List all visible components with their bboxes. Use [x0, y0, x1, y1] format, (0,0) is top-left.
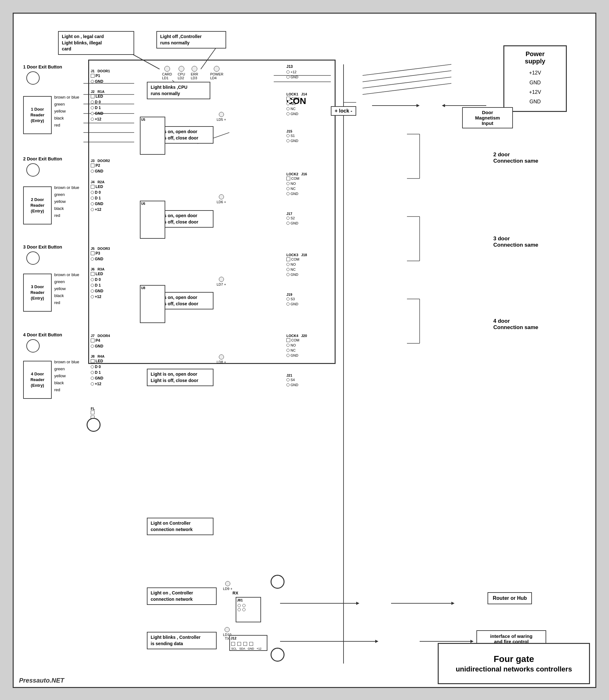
pin-circle [91, 289, 94, 293]
relay3-box: U8 [140, 285, 165, 323]
pin-circle [91, 257, 94, 261]
pin-square [91, 74, 94, 78]
pin-square [91, 185, 94, 189]
svg-marker-18 [442, 104, 445, 107]
door3-group: 3 Door Exit Button [23, 245, 62, 266]
pin-circle [91, 382, 94, 385]
annotation-sending-data: Light blinks , Controlleris sending data [147, 632, 216, 649]
door-magnetism-input: DoorMagnetismInput [462, 107, 513, 128]
connector-circle-1 [87, 418, 101, 432]
door3-connector-j6: J6 R3A LED D 0 D 1 GND +12 [91, 267, 104, 300]
pin-circle [91, 295, 94, 298]
pin-circle [91, 371, 94, 374]
annotation-controller-connection: Light on , Controllerconnection network [147, 588, 216, 605]
door1-wire-labels: brown or blue green yellow black red [54, 94, 79, 129]
door4-reader-box: 4 DoorReader(Entry) [23, 361, 52, 399]
door2-exit-btn-label: 2 Door Exit Button [23, 156, 62, 161]
door3-connector-j5: J5 DOOR3 P3 GND [91, 247, 110, 262]
pin-square [91, 251, 94, 255]
svg-marker-20 [356, 602, 359, 605]
annotation-light-on-controller: Light on Controller connection network [147, 518, 213, 535]
svg-line-13 [363, 77, 451, 88]
j17-s2-section: J17 S2 GND [286, 212, 298, 226]
diagram-area: Light on , legal cardLight blinks, illeg… [13, 13, 596, 688]
lock1-j14-section: LOCK1 J14 COM NO NC GND [286, 92, 307, 116]
j12-connector: J12 SCL SDA GND +12 [229, 635, 267, 651]
relay2-led: LD6 + [216, 194, 226, 204]
pin-circle [91, 112, 94, 115]
pin-circle [91, 191, 94, 194]
lock2-j16-section: LOCK2 J16 COM NO NC GND [286, 172, 307, 196]
relay1-box: U5 [140, 117, 165, 155]
pin-circle [91, 202, 94, 205]
j13-section: J13 +12 GND [286, 64, 298, 79]
door1-exit-btn-label: 1 Door Exit Button [23, 64, 62, 69]
door1-exit-btn-circle [26, 71, 40, 85]
door4-exit-btn-label: 4 Door Exit Button [23, 332, 62, 337]
door4-group: 4 Door Exit Button [23, 332, 62, 354]
connector-circle-network-top [271, 575, 284, 589]
door2-connection-same: 2 doorConnection same [493, 151, 538, 164]
door2-reader-box: 2 DoorReader(Entry) [23, 186, 52, 225]
lock3-j18-section: LOCK3 J18 COM NO NC GND [286, 253, 307, 277]
pin-circle [91, 208, 94, 211]
title-line2: unidirectional networks controllers [456, 665, 572, 674]
pin-square [91, 411, 94, 414]
svg-line-14 [363, 83, 451, 94]
j81-connector: J81 [236, 597, 261, 622]
power-supply-box: Powersupply +12VGND+12VGND [503, 45, 567, 112]
pin-circle [91, 284, 94, 287]
door2-connector-j4: J4 R2A LED D 0 D 1 GND +12 [91, 180, 104, 212]
ld9-led: LD9 + [223, 581, 232, 591]
pin-circle [91, 106, 94, 109]
door1-connector-j1: J1 DOOR1 P1 GND [91, 69, 110, 84]
pressauto-label: Pressauto.NET [19, 677, 64, 684]
j15-s1-section: J15 S1 GND [286, 129, 298, 143]
door3-wire-labels: brown or blue green yellow black red [54, 271, 79, 306]
door3-reader-box: 3 DoorReader(Entry) [23, 274, 52, 312]
door1-reader-box: 1 DoorReader(Entry) [23, 96, 52, 134]
lock-annotation: + lock - [331, 106, 356, 116]
relay4-annotation: Light is on, open doorLight is off, clos… [147, 369, 213, 386]
j19-s3-section: J19 S3 GND [286, 293, 298, 307]
relay3-led: LD7 + [216, 277, 226, 286]
j21-s4-section: J21 S4 GND [286, 374, 298, 388]
pin-square [91, 359, 94, 363]
svg-line-11 [363, 64, 451, 75]
svg-line-12 [363, 71, 451, 82]
pin-circle [91, 278, 94, 281]
door1-group: 1 Door Exit Button [23, 64, 62, 86]
door3-connection-same: 3 doorConnection same [493, 236, 538, 248]
svg-marker-26 [470, 640, 473, 643]
door4-wire-labels: brown or blue green yellow black red [54, 359, 79, 393]
pin-circle [91, 101, 94, 104]
door4-connection-same: 4 doorConnection same [493, 318, 538, 331]
svg-marker-22 [451, 602, 454, 605]
router-hub-box: Router or Hub [488, 592, 532, 604]
door2-exit-btn-circle [26, 163, 40, 177]
pin-circle [91, 365, 94, 369]
door4-exit-btn-circle [26, 339, 40, 353]
pin-square [91, 94, 94, 98]
pin-circle [91, 118, 94, 121]
main-container: Light on , legal cardLight blinks, illeg… [0, 0, 609, 700]
door2-group: 2 Door Exit Button [23, 156, 62, 178]
title-line1: Four gate [493, 653, 534, 665]
connector-circle-network-bottom [271, 648, 284, 662]
title-box: Four gate unidirectional networks contro… [438, 643, 590, 684]
annotation-legal-card: Light on , legal cardLight blinks, illeg… [58, 31, 134, 55]
pin-circle [91, 169, 94, 173]
door2-connector-j3: J3 DOOR2 P2 GND [91, 159, 110, 174]
pin-square [91, 339, 94, 342]
door4-connector-j8: J8 R4A LED D 0 D 1 GND +12 [91, 355, 104, 387]
door3-exit-btn-circle [26, 251, 40, 265]
pin-square [91, 272, 94, 276]
svg-marker-16 [416, 104, 420, 107]
svg-marker-24 [375, 640, 378, 643]
door2-wire-labels: brown or blue green yellow black red [54, 184, 79, 219]
door1-connector-j2: J2 R1A LED D 0 D 1 GND +12 [91, 90, 104, 122]
door4-connector-j7: J7 DOOR4 P4 GND [91, 334, 110, 349]
relay1-led: LD5 + [216, 112, 226, 122]
annotation-light-off: Light off ,Controllerruns normally [156, 31, 226, 49]
pin-circle [91, 197, 94, 200]
